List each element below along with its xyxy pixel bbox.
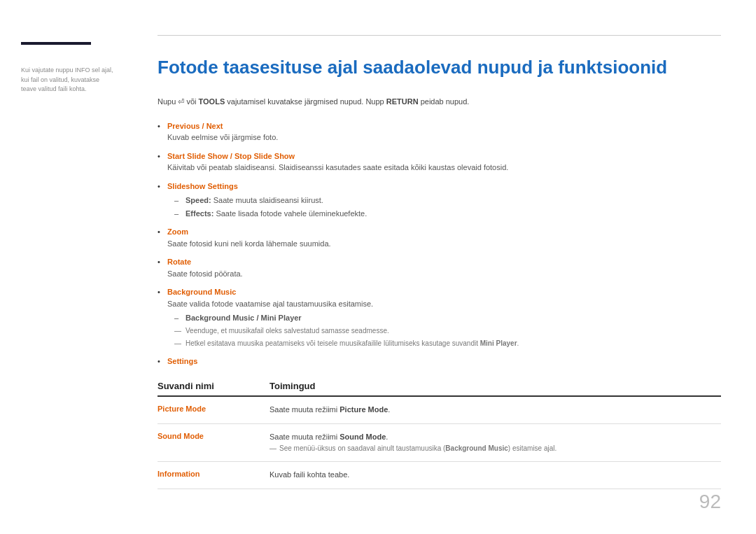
item-desc: Saate fotosid kuni neli korda lähemale s… — [167, 239, 331, 248]
table-cell-desc: Kuvab faili kohta teabe. — [270, 469, 721, 482]
list-item: Rotate Saate fotosid pöörata. — [158, 256, 721, 279]
table-cell-name: Picture Mode — [158, 404, 270, 413]
table-cell-name: Sound Mode — [158, 431, 270, 440]
item-title: Slideshow Settings — [167, 182, 238, 190]
table-row: Sound Mode Saate muuta režiimi Sound Mod… — [158, 424, 721, 463]
table-section: Suvandi nimi Toimingud Picture Mode Saat… — [158, 381, 721, 489]
note-line: Hetkel esitatava muusika peatamiseks või… — [174, 338, 721, 349]
page-title: Fotode taasesituse ajal saadaolevad nupu… — [158, 57, 721, 78]
table-header-row: Suvandi nimi Toimingud — [158, 381, 721, 397]
bullet-list: Previous / Next Kuvab eelmise või järgmi… — [158, 120, 721, 367]
item-title: Background Music — [167, 288, 236, 296]
sub-list-item: Effects: Saate lisada fotode vahele ülem… — [174, 208, 721, 220]
top-divider — [158, 35, 721, 36]
page-number: 92 — [699, 491, 721, 513]
item-desc: Saate fotosid pöörata. — [167, 269, 243, 278]
table-note: See menüü-üksus on saadaval ainult taust… — [270, 443, 721, 454]
col1-header: Suvandi nimi — [158, 381, 270, 391]
sub-list-item: Background Music / Mini Player — [174, 312, 721, 324]
table-cell-desc: Saate muuta režiimi Picture Mode. — [270, 404, 721, 416]
table-row: Information Kuvab faili kohta teabe. — [158, 462, 721, 489]
sidebar-accent — [21, 42, 91, 45]
item-desc: Saate valida fotode vaatamise ajal taust… — [167, 300, 373, 308]
sub-list: Background Music / Mini Player — [174, 312, 721, 324]
item-title: Zoom — [167, 227, 188, 236]
note-line: Veenduge, et muusikafail oleks salvestat… — [174, 325, 721, 336]
item-title: Settings — [167, 357, 197, 365]
item-desc: Käivitab või peatab slaidiseansi. Slaidi… — [167, 163, 508, 171]
page-container: Kui vajutate nuppu INFO sel ajal, kui fa… — [0, 0, 756, 534]
sidebar: Kui vajutate nuppu INFO sel ajal, kui fa… — [0, 0, 130, 534]
list-item: Settings — [158, 356, 721, 367]
sidebar-note: Kui vajutate nuppu INFO sel ajal, kui fa… — [21, 66, 115, 94]
list-item: Zoom Saate fotosid kuni neli korda lähem… — [158, 226, 721, 249]
list-item: Slideshow Settings Speed: Saate muuta sl… — [158, 181, 721, 220]
col2-header: Toimingud — [270, 381, 721, 391]
item-title: Start Slide Show / Stop Slide Show — [167, 152, 295, 160]
sub-list: Speed: Saate muuta slaidiseansi kiirust.… — [174, 195, 721, 219]
item-title: Rotate — [167, 258, 191, 266]
item-title: Previous / Next — [167, 122, 223, 130]
item-desc: Kuvab eelmise või järgmise foto. — [167, 133, 278, 141]
intro-text: Nupu ⏎ või TOOLS vajutamisel kuvatakse j… — [158, 96, 721, 108]
list-item: Previous / Next Kuvab eelmise või järgmi… — [158, 120, 721, 143]
list-item: Background Music Saate valida fotode vaa… — [158, 286, 721, 349]
table-cell-name: Information — [158, 469, 270, 478]
sub-list-item: Speed: Saate muuta slaidiseansi kiirust. — [174, 195, 721, 206]
main-content: Fotode taasesituse ajal saadaolevad nupu… — [130, 0, 756, 534]
list-item: Start Slide Show / Stop Slide Show Käivi… — [158, 150, 721, 174]
table-cell-desc: Saate muuta režiimi Sound Mode. See menü… — [270, 431, 721, 455]
table-row: Picture Mode Saate muuta režiimi Picture… — [158, 397, 721, 424]
